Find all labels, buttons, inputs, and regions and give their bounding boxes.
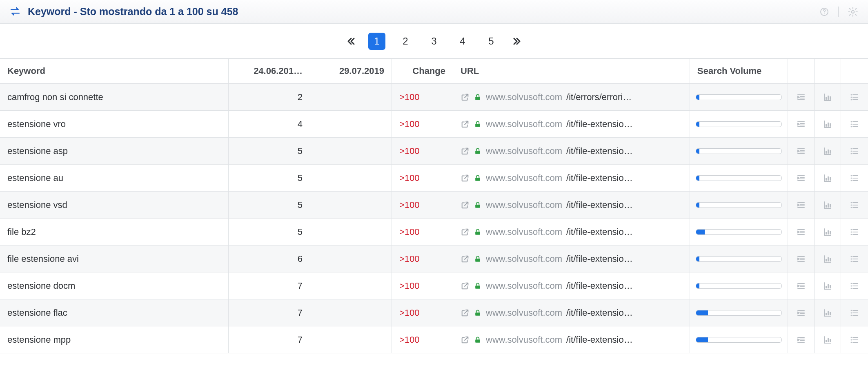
url-path: /it/file-extensio…	[566, 200, 633, 210]
swap-icon[interactable]	[10, 7, 20, 17]
row-action-chart[interactable]	[815, 245, 841, 272]
help-icon[interactable]	[819, 7, 829, 17]
cell-keyword[interactable]: estensione vsd	[0, 192, 229, 218]
url-path: /it/file-extensio…	[566, 173, 633, 183]
row-action-list[interactable]	[841, 138, 868, 164]
external-link-icon[interactable]	[461, 254, 470, 263]
cell-date2	[310, 165, 392, 191]
cell-keyword[interactable]: estensione vro	[0, 111, 229, 137]
col-date1[interactable]: 24.06.201…	[229, 59, 310, 83]
settings-icon[interactable]	[848, 7, 858, 17]
row-action-list[interactable]	[841, 299, 868, 326]
cell-keyword[interactable]: estensione asp	[0, 138, 229, 164]
row-action-chart[interactable]	[815, 219, 841, 245]
row-action-list[interactable]	[841, 272, 868, 299]
last-page-icon[interactable]	[511, 36, 521, 46]
col-change[interactable]: Change	[392, 59, 453, 83]
external-link-icon[interactable]	[461, 174, 470, 183]
cell-url[interactable]: www.solvusoft.com/it/file-extensio…	[453, 326, 690, 353]
url-path: /it/file-extensio…	[566, 254, 633, 264]
url-path: /it/file-extensio…	[566, 308, 633, 318]
page-2[interactable]: 2	[397, 33, 414, 50]
cell-keyword[interactable]: file bz2	[0, 219, 229, 245]
row-action-list[interactable]	[841, 165, 868, 191]
cell-url[interactable]: www.solvusoft.com/it/file-extensio…	[453, 272, 690, 299]
cell-url[interactable]: www.solvusoft.com/it/errors/errori…	[453, 84, 690, 110]
row-action-list[interactable]	[841, 326, 868, 353]
url-domain: www.solvusoft.com	[486, 335, 562, 345]
row-action-list[interactable]	[841, 111, 868, 137]
volume-bar	[696, 310, 782, 316]
row-action-serp[interactable]	[788, 272, 815, 299]
col-url[interactable]: URL	[453, 59, 690, 83]
external-link-icon[interactable]	[461, 335, 470, 344]
row-action-serp[interactable]	[788, 84, 815, 110]
row-action-chart[interactable]	[815, 272, 841, 299]
cell-keyword[interactable]: estensione mpp	[0, 326, 229, 353]
cell-change: >100	[392, 138, 453, 164]
volume-bar	[696, 148, 782, 154]
row-action-chart[interactable]	[815, 84, 841, 110]
cell-url[interactable]: www.solvusoft.com/it/file-extensio…	[453, 219, 690, 245]
page-4[interactable]: 4	[454, 33, 471, 50]
cell-keyword[interactable]: estensione flac	[0, 299, 229, 326]
external-link-icon[interactable]	[461, 201, 470, 210]
url-domain: www.solvusoft.com	[486, 308, 562, 318]
row-action-serp[interactable]	[788, 299, 815, 326]
url-path: /it/file-extensio…	[566, 119, 633, 129]
row-action-serp[interactable]	[788, 165, 815, 191]
cell-url[interactable]: www.solvusoft.com/it/file-extensio…	[453, 165, 690, 191]
col-volume[interactable]: Search Volume	[690, 59, 788, 83]
row-action-serp[interactable]	[788, 192, 815, 218]
col-keyword[interactable]: Keyword	[0, 59, 229, 83]
table-row: estensione vro 4 >100 www.solvusoft.com/…	[0, 111, 868, 138]
lock-icon	[474, 309, 482, 317]
row-action-serp[interactable]	[788, 245, 815, 272]
pagination: 12345	[0, 24, 868, 58]
cell-date2	[310, 138, 392, 164]
url-domain: www.solvusoft.com	[486, 281, 562, 291]
cell-keyword[interactable]: estensione au	[0, 165, 229, 191]
cell-url[interactable]: www.solvusoft.com/it/file-extensio…	[453, 138, 690, 164]
row-action-chart[interactable]	[815, 165, 841, 191]
external-link-icon[interactable]	[461, 228, 470, 237]
row-action-chart[interactable]	[815, 192, 841, 218]
cell-url[interactable]: www.solvusoft.com/it/file-extensio…	[453, 111, 690, 137]
cell-keyword[interactable]: estensione docm	[0, 272, 229, 299]
cell-volume	[690, 192, 788, 218]
cell-url[interactable]: www.solvusoft.com/it/file-extensio…	[453, 245, 690, 272]
cell-keyword[interactable]: camfrog non si connette	[0, 84, 229, 110]
external-link-icon[interactable]	[461, 308, 470, 317]
page-5[interactable]: 5	[483, 33, 500, 50]
external-link-icon[interactable]	[461, 120, 470, 129]
panel-header: Keyword - Sto mostrando da 1 a 100 su 45…	[0, 0, 868, 24]
row-action-serp[interactable]	[788, 111, 815, 137]
page-1[interactable]: 1	[368, 33, 385, 50]
external-link-icon[interactable]	[461, 93, 470, 102]
row-action-serp[interactable]	[788, 138, 815, 164]
external-link-icon[interactable]	[461, 281, 470, 290]
row-action-chart[interactable]	[815, 138, 841, 164]
row-action-serp[interactable]	[788, 326, 815, 353]
page-3[interactable]: 3	[425, 33, 443, 50]
row-action-chart[interactable]	[815, 326, 841, 353]
row-action-chart[interactable]	[815, 299, 841, 326]
url-domain: www.solvusoft.com	[486, 173, 562, 183]
cell-change: >100	[392, 299, 453, 326]
cell-change: >100	[392, 111, 453, 137]
col-date2[interactable]: 29.07.2019	[310, 59, 392, 83]
row-action-list[interactable]	[841, 219, 868, 245]
row-action-list[interactable]	[841, 192, 868, 218]
cell-url[interactable]: www.solvusoft.com/it/file-extensio…	[453, 299, 690, 326]
keyword-table: Keyword 24.06.201… 29.07.2019 Change URL…	[0, 58, 868, 353]
row-action-list[interactable]	[841, 84, 868, 110]
cell-volume	[690, 219, 788, 245]
row-action-serp[interactable]	[788, 219, 815, 245]
cell-date1: 5	[229, 192, 310, 218]
cell-url[interactable]: www.solvusoft.com/it/file-extensio…	[453, 192, 690, 218]
first-page-icon[interactable]	[347, 36, 357, 46]
external-link-icon[interactable]	[461, 147, 470, 156]
cell-keyword[interactable]: file estensione avi	[0, 245, 229, 272]
row-action-chart[interactable]	[815, 111, 841, 137]
row-action-list[interactable]	[841, 245, 868, 272]
